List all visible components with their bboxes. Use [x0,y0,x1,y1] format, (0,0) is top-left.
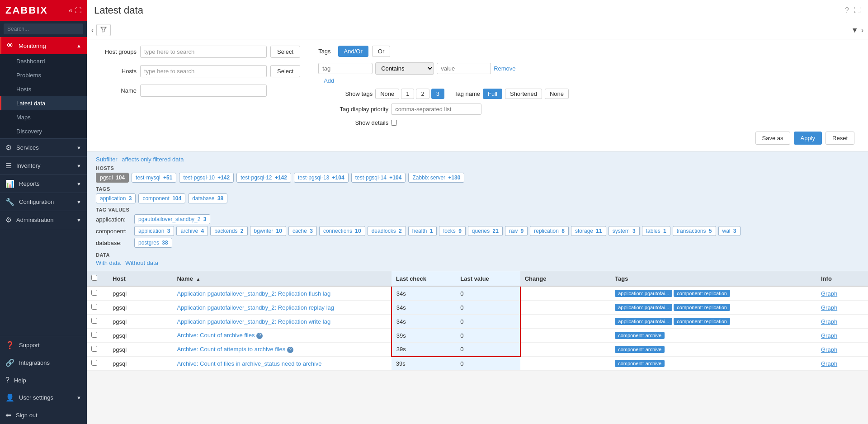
subfilter-tagval-backends[interactable]: backends 2 [210,226,247,236]
nav-back-button[interactable]: ‹ [91,26,94,34]
subfilter-tagval-bgwriter[interactable]: bgwriter 10 [250,226,286,236]
tags-andor-button[interactable]: And/Or [338,46,368,57]
sidebar-item-integrations[interactable]: 🔗 Integrations [0,354,87,372]
save-as-button[interactable]: Save as [755,132,790,145]
subfilter-host-test-pgsql-13[interactable]: test-pgsql-13 +104 [294,173,349,183]
host-groups-input[interactable] [140,46,267,58]
sidebar-sub-item-problems[interactable]: Problems [0,68,87,82]
subfilter-tagval-queries[interactable]: queries 21 [468,226,503,236]
tag-add-button[interactable]: Add [324,77,334,84]
sidebar-item-support[interactable]: ❓ Support [0,336,87,354]
sidebar-item-user-settings[interactable]: 👤 User settings ▼ [0,389,87,406]
sidebar-item-reports[interactable]: 📊 Reports ▼ [0,175,87,193]
select-all-checkbox[interactable] [91,275,97,281]
subfilter-host-pgsql[interactable]: pgsql 104 [96,173,129,183]
subfilter-tagval-replication[interactable]: replication 8 [530,226,569,236]
row-graph-link-4[interactable]: Graph [821,346,837,353]
collapse-icon[interactable]: « [69,7,72,14]
sidebar-sub-item-discovery[interactable]: Discovery [0,124,87,138]
subfilter-host-test-mysql[interactable]: test-mysql +51 [132,173,176,183]
filter-icon-button[interactable] [96,24,111,36]
sidebar-item-help[interactable]: ? Help [0,372,87,389]
row-checkbox-4[interactable] [91,346,97,352]
tag-name-shortened-button[interactable]: Shortened [505,89,542,99]
row-checkbox-5[interactable] [91,360,97,366]
tag-operator-select[interactable]: Contains Equals Does not contain Exists … [375,62,434,75]
subfilter-tagval-transactions[interactable]: transactions 5 [673,226,716,236]
nav-expand-button[interactable]: ▼ [851,26,859,34]
subfilter-tagval-locks[interactable]: locks 9 [439,226,465,236]
row-name-link-1[interactable]: Application pgautofailover_standby_2: Re… [177,304,334,311]
data-link-without-data[interactable]: Without data [125,259,158,266]
subfilter-tagval-postgres[interactable]: postgres 38 [134,238,172,248]
row-checkbox-2[interactable] [91,318,97,324]
subfilter-host-test-pgsql-12[interactable]: test-pgsql-12 +142 [236,173,291,183]
help-icon-4[interactable]: ? [287,347,293,353]
nav-forward-button[interactable]: › [861,26,863,34]
row-checkbox-3[interactable] [91,332,97,338]
tag-name-full-button[interactable]: Full [483,89,502,99]
row-graph-link-5[interactable]: Graph [821,360,837,367]
subfilter-tagval-tables[interactable]: tables 1 [642,226,670,236]
hosts-input[interactable] [140,65,267,77]
subfilter-tagval-wal[interactable]: wal 3 [718,226,741,236]
row-checkbox-0[interactable] [91,290,97,296]
subfilter-tagval-system[interactable]: system 3 [609,226,640,236]
tags-or-button[interactable]: Or [372,46,390,57]
fullscreen-icon[interactable]: ⛶ [854,6,861,14]
show-tags-2-button[interactable]: 2 [416,89,429,99]
th-name[interactable]: Name ▲ [172,271,391,286]
sidebar-item-configuration[interactable]: 🔧 Configuration ▼ [0,193,87,211]
row-graph-link-3[interactable]: Graph [821,332,837,339]
show-tags-3-button[interactable]: 3 [431,89,444,99]
data-link-with-data[interactable]: With data [96,259,121,266]
subfilter-host-test-pgsql-14[interactable]: test-pgsql-14 +104 [351,173,406,183]
subfilter-tag-application[interactable]: application 3 [96,193,136,203]
row-name-link-0[interactable]: Application pgautofailover_standby_2: Re… [177,290,330,297]
sidebar-sub-item-latest-data[interactable]: Latest data [0,96,87,110]
sidebar-item-services[interactable]: ⚙ Services ▼ [0,139,87,156]
row-name-link-5[interactable]: Archive: Count of files in archive_statu… [177,360,321,367]
row-name-link-3[interactable]: Archive: Count of archive files [177,332,255,339]
subfilter-tagval-raw[interactable]: raw 9 [505,226,528,236]
apply-button[interactable]: Apply [794,132,822,145]
show-tags-1-button[interactable]: 1 [401,89,414,99]
tag-name-input[interactable] [318,63,373,74]
help-icon-3[interactable]: ? [256,333,263,339]
sidebar-item-administration[interactable]: ⚙ Administration ▼ [0,211,87,229]
subfilter-tag-component[interactable]: component 104 [138,193,185,203]
reset-button[interactable]: Reset [826,132,854,145]
sidebar-sub-item-hosts[interactable]: Hosts [0,82,87,96]
subfilter-host-zabbix-server[interactable]: Zabbix server +130 [408,173,464,183]
expand-icon[interactable]: ⛶ [75,7,81,14]
sidebar-item-inventory[interactable]: ☰ Inventory ▼ [0,157,87,174]
subfilter-tag-database[interactable]: database 38 [188,193,227,203]
sidebar-item-monitoring[interactable]: 👁 Monitoring ▲ [0,37,87,54]
tag-name-none-button[interactable]: None [545,89,569,99]
row-graph-link-0[interactable]: Graph [821,290,837,297]
host-groups-select-button[interactable]: Select [270,46,300,58]
subfilter-tagval-deadlocks[interactable]: deadlocks 2 [368,226,406,236]
tag-value-input[interactable] [437,63,491,74]
help-question-icon[interactable]: ? [845,6,849,14]
subfilter-host-test-pgsql-10[interactable]: test-pgsql-10 +142 [179,173,234,183]
subfilter-tagval-pgautofailover_standby_2[interactable]: pgautofailover_standby_2 3 [134,214,210,224]
tag-priority-input[interactable] [391,104,481,115]
subfilter-tagval-storage[interactable]: storage 11 [571,226,606,236]
sidebar-item-sign-out[interactable]: ⬅ Sign out [0,406,87,424]
subfilter-tagval-application[interactable]: application 3 [134,226,174,236]
sidebar-sub-item-dashboard[interactable]: Dashboard [0,54,87,68]
sidebar-search-input[interactable] [4,24,83,34]
subfilter-tagval-connections[interactable]: connections 10 [319,226,365,236]
row-name-link-4[interactable]: Archive: Count of attempts to archive fi… [177,346,285,353]
subfilter-tagval-health[interactable]: health 1 [408,226,437,236]
tag-remove-button[interactable]: Remove [494,65,515,72]
row-checkbox-1[interactable] [91,304,97,310]
row-graph-link-2[interactable]: Graph [821,318,837,325]
show-details-checkbox[interactable] [391,120,397,126]
subfilter-tagval-cache[interactable]: cache 3 [288,226,317,236]
subfilter-tagval-archive[interactable]: archive 4 [176,226,208,236]
sidebar-sub-item-maps[interactable]: Maps [0,110,87,124]
name-input[interactable] [140,85,267,97]
show-tags-none-button[interactable]: None [375,89,399,99]
